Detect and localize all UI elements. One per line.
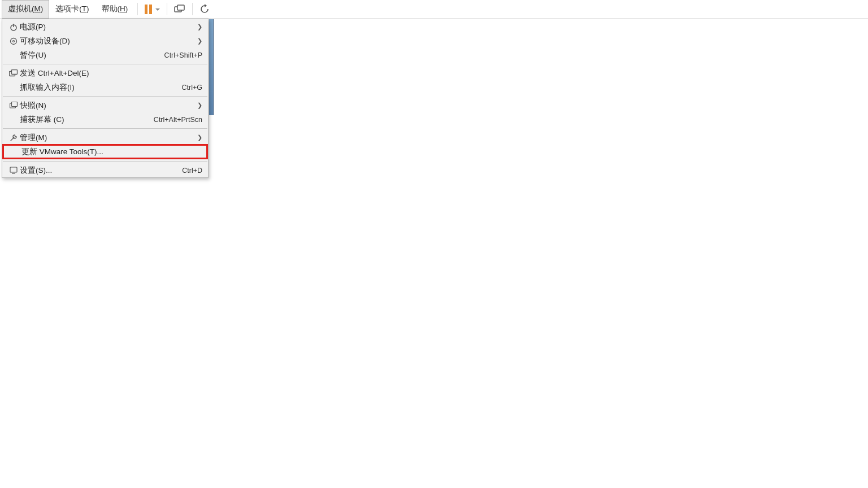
pause-icon [145, 5, 152, 14]
menu-item-removable[interactable]: 可移动设备(D) ❯ [2, 34, 208, 48]
pause-button[interactable] [141, 0, 163, 19]
svg-point-5 [13, 40, 15, 42]
menu-item-label: 设置(S)... [20, 165, 182, 176]
menu-item-power[interactable]: 电源(P) ❯ [2, 20, 208, 34]
revert-icon [199, 4, 210, 14]
chevron-right-icon: ❯ [197, 134, 203, 141]
menubar: 虚拟机(M) 选项卡(T) 帮助(H) [0, 0, 868, 19]
chevron-right-icon: ❯ [197, 102, 203, 108]
menu-tabs-label-pre: 选项卡( [55, 5, 82, 13]
menu-vm-label-suf: ) [41, 5, 44, 13]
svg-rect-7 [12, 70, 18, 75]
menu-tabs[interactable]: 选项卡(T) [49, 0, 95, 19]
menu-item-snapshot[interactable]: 快照(N) ❯ [2, 98, 208, 112]
menu-separator [3, 128, 207, 129]
menu-item-manage[interactable]: 管理(M) ❯ [2, 130, 208, 145]
menu-help-label-suf: ) [125, 5, 128, 13]
power-icon [7, 23, 20, 31]
menu-item-capture[interactable]: 捕获屏幕 (C) Ctrl+Alt+PrtScn [2, 112, 208, 127]
menu-item-label: 暂停(U) [20, 50, 164, 60]
menu-separator [3, 161, 207, 162]
svg-point-4 [11, 38, 17, 44]
menu-vm-accel: M [34, 5, 41, 13]
send-cad-button[interactable] [171, 0, 189, 19]
menu-vm[interactable]: 虚拟机(M) [2, 0, 49, 19]
menu-help-label-pre: 帮助( [102, 5, 120, 13]
menu-item-update-tools[interactable]: 更新 VMware Tools(T)... [2, 144, 208, 159]
menu-item-label: 抓取输入内容(I) [20, 82, 182, 93]
menu-item-settings[interactable]: 设置(S)... Ctrl+D [2, 163, 208, 177]
svg-rect-1 [177, 5, 184, 10]
menu-item-label: 电源(P) [20, 22, 197, 32]
menu-tabs-label-suf: ) [86, 5, 89, 13]
guest-background [209, 19, 214, 115]
menu-separator [3, 64, 207, 64]
menu-item-label: 管理(M) [20, 133, 197, 143]
settings-icon [7, 167, 20, 174]
svg-rect-10 [10, 167, 17, 172]
menu-item-label: 更新 VMware Tools(T)... [21, 147, 202, 157]
menu-help[interactable]: 帮助(H) [96, 0, 134, 19]
revert-button[interactable] [196, 0, 213, 19]
toolbar-separator [167, 3, 167, 15]
menu-help-accel: H [120, 5, 125, 13]
menu-item-label: 捕获屏幕 (C) [20, 115, 154, 125]
svg-rect-9 [11, 102, 17, 107]
toolbar-separator [137, 3, 138, 15]
send-cad-icon [7, 69, 20, 77]
menu-vm-label-pre: 虚拟机( [8, 5, 34, 13]
menu-item-label: 发送 Ctrl+Alt+Del(E) [20, 68, 203, 79]
menu-item-pause[interactable]: 暂停(U) Ctrl+Shift+P [2, 48, 208, 62]
menu-item-label: 可移动设备(D) [20, 36, 197, 46]
menu-item-shortcut: Ctrl+Alt+PrtScn [154, 116, 203, 124]
chevron-right-icon: ❯ [197, 38, 203, 44]
send-cad-icon [174, 5, 185, 14]
menu-separator [3, 96, 207, 97]
disc-icon [7, 37, 20, 45]
chevron-right-icon: ❯ [197, 24, 203, 30]
menu-item-shortcut: Ctrl+G [182, 84, 203, 91]
toolbar-separator [192, 3, 193, 15]
menu-item-shortcut: Ctrl+Shift+P [164, 51, 203, 59]
chevron-down-icon[interactable] [155, 8, 160, 11]
snapshot-icon [7, 102, 20, 109]
wrench-icon [7, 134, 20, 142]
menu-item-grab-input[interactable]: 抓取输入内容(I) Ctrl+G [2, 80, 208, 94]
vm-menu: 电源(P) ❯ 可移动设备(D) ❯ 暂停(U) Ctrl+Shift+P 发送… [2, 19, 209, 178]
menu-item-shortcut: Ctrl+D [182, 167, 203, 175]
menu-item-send-cad[interactable]: 发送 Ctrl+Alt+Del(E) [2, 66, 208, 80]
menu-tabs-accel: T [82, 5, 86, 13]
menu-item-label: 快照(N) [20, 101, 197, 111]
